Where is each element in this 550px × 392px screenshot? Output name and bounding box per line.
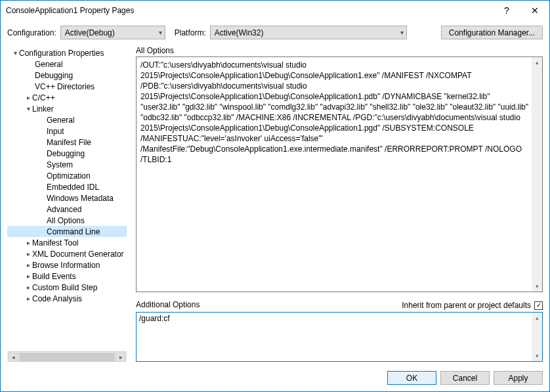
tree-item-linker-advanced[interactable]: Advanced [7, 204, 127, 215]
tree-item-vcdirs[interactable]: VC++ Directories [7, 81, 127, 92]
tree-item-linker-manifest[interactable]: Manifest File [7, 137, 127, 148]
tree-item-cpp[interactable]: C/C++ [7, 92, 127, 103]
configuration-manager-button[interactable]: Configuration Manager... [441, 26, 543, 39]
additional-options-label: Additional Options [136, 300, 200, 309]
expand-icon[interactable] [24, 284, 32, 291]
scroll-right-icon[interactable]: ▸ [116, 353, 126, 362]
tree-item-manifest-tool[interactable]: Manifest Tool [7, 237, 127, 248]
expand-icon[interactable] [24, 273, 32, 280]
scrollbar-thumb[interactable] [19, 353, 115, 362]
configuration-value: Active(Debug) [65, 28, 115, 37]
expand-icon[interactable] [24, 295, 32, 302]
help-button[interactable]: ? [494, 1, 520, 20]
configuration-dropdown[interactable]: Active(Debug) ▾ [60, 26, 165, 39]
tree-item-linker[interactable]: Linker [7, 103, 127, 114]
tree-item-build-events[interactable]: Build Events [7, 271, 127, 282]
titlebar[interactable]: ConsoleApplication1 Property Pages ? ✕ [1, 1, 549, 20]
cancel-button[interactable]: Cancel [440, 371, 490, 385]
right-panel: All Options /OUT:"c:\users\divyabh\docum… [136, 46, 543, 362]
tree-item-xml-doc[interactable]: XML Document Generator [7, 248, 127, 259]
configuration-label: Configuration: [7, 28, 56, 37]
tree-item-linker-optimization[interactable]: Optimization [7, 170, 127, 181]
expand-icon[interactable] [24, 262, 32, 269]
dialog-footer: OK Cancel Apply [1, 366, 549, 391]
tree-item-linker-all-options[interactable]: All Options [7, 215, 127, 226]
tree-item-linker-command-line[interactable]: Command Line [7, 226, 127, 237]
all-options-textbox[interactable]: /OUT:"c:\users\divyabh\documents\visual … [136, 56, 543, 292]
tree-item-code-analysis[interactable]: Code Analysis [7, 293, 127, 304]
tree-item-linker-system[interactable]: System [7, 159, 127, 170]
scroll-up-icon[interactable]: ▴ [532, 313, 541, 323]
tree-item-linker-win-meta[interactable]: Windows Metadata [7, 192, 127, 204]
scroll-down-icon[interactable]: ▾ [532, 351, 541, 361]
tree-scroll-area[interactable]: Configuration Properties General Debuggi… [7, 46, 127, 351]
inherit-checkbox[interactable]: Inherit from parent or project defaults … [402, 301, 543, 310]
tree-item-linker-general[interactable]: General [7, 114, 127, 125]
vertical-scrollbar[interactable]: ▴ ▾ [532, 57, 542, 292]
tree-item-general[interactable]: General [7, 58, 127, 70]
expand-icon[interactable] [24, 95, 32, 101]
tree-item-linker-debugging[interactable]: Debugging [7, 148, 127, 159]
checkbox-checked-icon: ✓ [534, 301, 543, 310]
all-options-label: All Options [136, 46, 543, 55]
property-tree: Configuration Properties General Debuggi… [7, 46, 127, 362]
expand-icon[interactable] [11, 50, 19, 56]
property-pages-window: ConsoleApplication1 Property Pages ? ✕ C… [0, 0, 550, 392]
tree-item-browse-info[interactable]: Browse Information [7, 259, 127, 271]
tree-item-linker-input[interactable]: Input [7, 125, 127, 137]
platform-value: Active(Win32) [215, 28, 264, 37]
config-row: Configuration: Active(Debug) ▾ Platform:… [1, 20, 549, 46]
tree-item-linker-embedded-idl[interactable]: Embedded IDL [7, 181, 127, 192]
all-options-content: /OUT:"c:\users\divyabh\documents\visual … [137, 57, 542, 167]
tree-item-custom-build[interactable]: Custom Build Step [7, 282, 127, 293]
window-controls: ? ✕ [494, 1, 549, 20]
chevron-down-icon: ▾ [400, 29, 404, 36]
ok-button[interactable]: OK [387, 371, 436, 385]
tree-item-debugging[interactable]: Debugging [7, 70, 127, 81]
vertical-scrollbar[interactable]: ▴ ▾ [532, 313, 542, 361]
expand-icon[interactable] [24, 106, 32, 112]
scroll-up-icon[interactable]: ▴ [532, 57, 541, 68]
platform-label: Platform: [175, 28, 206, 37]
additional-options-textbox[interactable]: /guard:cf ▴ ▾ [136, 312, 543, 362]
platform-dropdown[interactable]: Active(Win32) ▾ [210, 26, 407, 39]
tree-item-config-props[interactable]: Configuration Properties [7, 47, 127, 58]
expand-icon[interactable] [24, 240, 32, 246]
chevron-down-icon: ▾ [159, 29, 162, 36]
expand-icon[interactable] [24, 251, 32, 257]
window-title: ConsoleApplication1 Property Pages [6, 6, 494, 15]
additional-options-content: /guard:cf [137, 313, 542, 324]
scroll-down-icon[interactable]: ▾ [532, 281, 541, 292]
inherit-label: Inherit from parent or project defaults [402, 301, 531, 310]
close-button[interactable]: ✕ [520, 1, 549, 20]
scroll-left-icon[interactable]: ◂ [8, 353, 18, 362]
apply-button[interactable]: Apply [494, 371, 543, 385]
tree-horizontal-scrollbar[interactable]: ◂ ▸ [7, 351, 127, 362]
